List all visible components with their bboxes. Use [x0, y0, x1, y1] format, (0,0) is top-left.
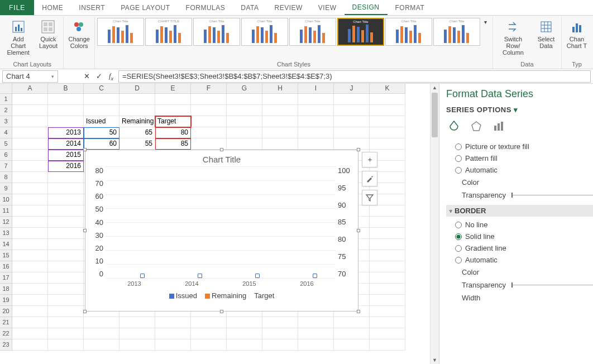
cell[interactable] [370, 228, 405, 239]
cell[interactable] [262, 116, 298, 127]
series-selection-handle[interactable] [140, 274, 145, 278]
cell[interactable] [48, 228, 84, 239]
cell[interactable] [370, 205, 405, 217]
cell[interactable] [298, 138, 334, 150]
row-header[interactable]: 18 [0, 284, 12, 295]
series-selection-handle[interactable] [313, 274, 317, 278]
resize-handle[interactable] [220, 148, 223, 151]
cell[interactable] [12, 328, 48, 339]
cell[interactable] [119, 328, 155, 339]
cell[interactable]: Remaining [119, 116, 155, 127]
chart-style-1[interactable]: Chart Title [97, 18, 144, 46]
cell[interactable] [155, 328, 191, 339]
cell[interactable] [227, 138, 262, 150]
cell[interactable]: 2014 [48, 138, 84, 150]
chart-title[interactable]: Chart Title [85, 150, 358, 166]
tab-formulas[interactable]: FORMULAS [178, 0, 233, 15]
cell[interactable] [12, 261, 48, 272]
cell[interactable] [334, 317, 370, 328]
cell[interactable] [370, 261, 405, 272]
cell[interactable] [262, 339, 298, 351]
col-F[interactable]: F [191, 84, 227, 94]
select-data-button[interactable]: Select Data [533, 18, 559, 50]
cell[interactable] [227, 116, 262, 127]
cell[interactable] [370, 250, 405, 261]
cell[interactable] [12, 306, 48, 317]
cell[interactable] [370, 127, 405, 138]
cell[interactable] [298, 127, 334, 138]
cell[interactable] [262, 127, 298, 138]
chart-legend[interactable]: Issued Remaining Target [85, 291, 358, 300]
cell[interactable] [334, 116, 370, 127]
cell[interactable] [370, 116, 405, 127]
tab-format[interactable]: FORMAT [388, 0, 433, 15]
quick-layout-button[interactable]: Quick Layout [35, 18, 61, 50]
resize-handle[interactable] [83, 310, 87, 313]
cell[interactable] [370, 306, 405, 317]
cell[interactable] [48, 94, 84, 105]
cell[interactable] [12, 272, 48, 284]
tab-file[interactable]: FILE [0, 0, 34, 15]
cell[interactable] [370, 339, 405, 351]
border-solid-option[interactable]: Solid line [446, 231, 593, 242]
col-G[interactable]: G [227, 84, 262, 94]
cell[interactable] [370, 138, 405, 150]
cell[interactable] [298, 94, 334, 105]
cell[interactable] [48, 317, 84, 328]
series-selection-handle[interactable] [198, 274, 202, 278]
row-header[interactable]: 16 [0, 261, 12, 272]
row-header[interactable]: 17 [0, 272, 12, 284]
cell[interactable] [155, 94, 191, 105]
formula-input[interactable]: =SERIES(Sheet3!$E$3;Sheet3!$B$4:$B$7;She… [118, 70, 591, 83]
cell[interactable] [119, 105, 155, 116]
cell[interactable] [227, 339, 262, 351]
cell[interactable] [370, 272, 405, 284]
cancel-formula-button[interactable]: ✕ [80, 70, 93, 83]
cell[interactable] [48, 250, 84, 261]
cell[interactable]: Target [155, 116, 191, 127]
tab-review[interactable]: REVIEW [266, 0, 310, 15]
cell[interactable] [298, 317, 334, 328]
border-automatic-option[interactable]: Automatic [446, 254, 593, 266]
cell[interactable] [84, 328, 119, 339]
row-header[interactable]: 12 [0, 217, 12, 228]
row-header[interactable]: 22 [0, 328, 12, 339]
cell[interactable] [12, 150, 48, 161]
cell[interactable] [12, 217, 48, 228]
chart-filters-button[interactable] [362, 190, 377, 205]
cell[interactable]: Issued [84, 116, 119, 127]
tab-insert[interactable]: INSERT [71, 0, 113, 15]
row-header[interactable]: 23 [0, 339, 12, 351]
cell[interactable] [262, 94, 298, 105]
cell[interactable] [155, 317, 191, 328]
embedded-chart[interactable]: Chart Title 80706050403020100 1009590858… [85, 150, 358, 312]
cell[interactable] [191, 105, 227, 116]
row-header[interactable]: 4 [0, 127, 12, 138]
cell[interactable] [370, 284, 405, 295]
scroll-up-icon[interactable]: ▲ [431, 85, 439, 90]
insert-function-button[interactable]: fx [105, 70, 117, 83]
row-header[interactable]: 1 [0, 94, 12, 105]
cell[interactable] [12, 116, 48, 127]
cell[interactable] [48, 306, 84, 317]
cell[interactable]: 2013 [48, 127, 84, 138]
vertical-scrollbar[interactable]: ▲ ▼ [430, 84, 439, 364]
fill-line-tab[interactable] [446, 118, 462, 134]
change-colors-button[interactable]: Change Colors [66, 18, 92, 50]
cell[interactable] [227, 94, 262, 105]
row-header[interactable]: 9 [0, 183, 12, 194]
cell[interactable] [370, 295, 405, 306]
chart-style-5[interactable]: Chart Title [289, 18, 336, 46]
cell[interactable] [191, 94, 227, 105]
cell[interactable] [227, 105, 262, 116]
fill-color-row[interactable]: Color [446, 176, 593, 189]
legend-item-target[interactable]: Target [254, 291, 274, 300]
border-section-header[interactable]: ▿BORDER [446, 205, 593, 217]
cell[interactable] [12, 127, 48, 138]
cell[interactable] [12, 94, 48, 105]
cell[interactable] [12, 161, 48, 172]
cell[interactable] [191, 339, 227, 351]
resize-handle[interactable] [357, 229, 360, 232]
cell[interactable] [334, 328, 370, 339]
row-header[interactable]: 5 [0, 138, 12, 150]
